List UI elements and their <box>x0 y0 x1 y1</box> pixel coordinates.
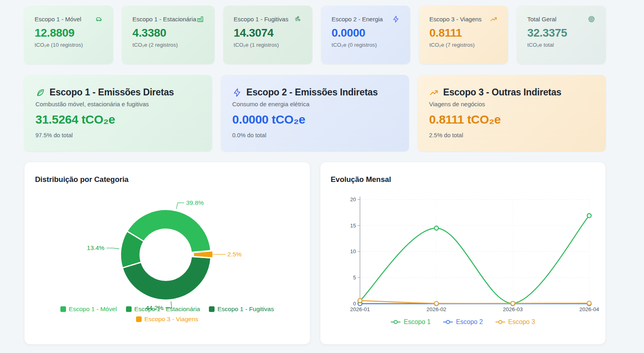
stat-card-escopo3-viagens: Escopo 3 - Viagens 0.8111 tCO₂e (7 regis… <box>419 6 508 64</box>
donut-legend: Escopo 1 - MóvelEscopo 1 - EstacionáriaE… <box>34 306 300 323</box>
stat-card-value: 4.3380 <box>132 27 204 39</box>
stat-card-sub: tCO₂e total <box>527 42 595 48</box>
leaf-icon <box>35 88 45 97</box>
stat-card-title: Escopo 3 - Viagens <box>429 16 482 23</box>
line-legend-item[interactable]: Escopo 1 <box>390 318 431 326</box>
legend-label: Escopo 1 - Fugitivas <box>217 306 274 313</box>
scope-card-subtitle: Combustão móvel, estacionária e fugitiva… <box>35 101 201 107</box>
legend-swatch <box>209 306 215 312</box>
stat-card-title: Total Geral <box>527 16 557 23</box>
legend-label: Escopo 1 - Estacionária <box>134 306 200 313</box>
donut-legend-item[interactable]: Escopo 1 - Estacionária <box>126 306 200 313</box>
stat-card-value: 0.0000 <box>332 27 400 39</box>
x-axis-label: 2026-03 <box>503 306 522 312</box>
scope-card-title: Escopo 2 - Emissões Indiretas <box>246 87 378 98</box>
stat-cards-row: Escopo 1 - Móvel 12.8809 tCO₂e (10 regis… <box>0 0 644 64</box>
data-point[interactable] <box>587 301 591 305</box>
scope-card-escopo3: Escopo 3 - Outras Indiretas Viagens de n… <box>418 75 606 151</box>
stat-card-escopo1-movel: Escopo 1 - Móvel 12.8809 tCO₂e (10 regis… <box>24 6 113 64</box>
data-point[interactable] <box>511 301 515 306</box>
scope-card-title: Escopo 1 - Emissões Diretas <box>50 87 174 98</box>
legend-line-marker-icon <box>390 320 401 324</box>
donut-pct-label: 2.5% <box>227 251 242 258</box>
scope-card-title: Escopo 3 - Outras Indiretas <box>443 87 561 98</box>
car-icon <box>95 15 103 23</box>
stat-card-escopo2-energia: Escopo 2 - Energia 0.0000 tCO₂e (0 regis… <box>321 6 410 64</box>
donut-label-leader <box>176 203 184 209</box>
stat-card-value: 0.8111 <box>429 27 497 39</box>
donut-chart-card: Distribuição por Categoria 39.8%13.4%44.… <box>24 162 310 345</box>
scope-card-header: Escopo 2 - Emissões Indiretas <box>232 87 398 98</box>
charts-row: Distribuição por Categoria 39.8%13.4%44.… <box>0 162 644 345</box>
factory-icon <box>196 15 204 23</box>
data-point[interactable] <box>434 301 438 306</box>
donut-legend-item[interactable]: Escopo 1 - Fugitivas <box>209 306 274 313</box>
legend-label: Escopo 3 - Viagens <box>144 316 198 323</box>
stat-card-value: 12.8809 <box>35 27 103 39</box>
series-line-escopo-3 <box>360 301 589 303</box>
scope-card-value: 0.0000 tCO₂e <box>232 113 398 126</box>
target-icon <box>588 15 595 23</box>
line-chart-title: Evolução Mensal <box>331 175 391 184</box>
data-point[interactable] <box>587 214 591 218</box>
line-legend: Escopo 1Escopo 2Escopo 3 <box>322 318 604 326</box>
stat-card-header: Escopo 1 - Estacionária <box>132 15 204 23</box>
scope-cards-row: Escopo 1 - Emissões Diretas Combustão mó… <box>0 75 644 151</box>
donut-pct-label: 39.8% <box>186 199 204 206</box>
stat-card-header: Total Geral <box>527 15 595 23</box>
trending-up-icon <box>490 15 497 23</box>
y-axis-label: 0 <box>353 301 356 307</box>
zap-icon <box>392 15 400 23</box>
donut-label-leader <box>107 248 120 249</box>
donut-slice-4[interactable] <box>193 251 213 258</box>
scope-card-value: 31.5264 tCO₂e <box>35 113 201 126</box>
donut-legend-item[interactable]: Escopo 1 - Móvel <box>60 306 117 313</box>
line-legend-item[interactable]: Escopo 3 <box>495 318 535 326</box>
stat-card-title: Escopo 2 - Energia <box>332 16 383 23</box>
stat-card-value: 32.3375 <box>527 27 595 39</box>
zap-icon <box>232 88 242 97</box>
scope-card-header: Escopo 3 - Outras Indiretas <box>429 87 594 98</box>
stat-card-title: Escopo 1 - Fugitivas <box>234 16 289 23</box>
legend-line-marker-icon <box>495 320 506 324</box>
legend-swatch <box>126 306 132 312</box>
scope-card-escopo1: Escopo 1 - Emissões Diretas Combustão mó… <box>24 75 212 151</box>
line-legend-item[interactable]: Escopo 2 <box>443 318 483 326</box>
stat-card-escopo1-estacionaria: Escopo 1 - Estacionária 4.3380 tCO₂e (2 … <box>122 6 214 64</box>
donut-chart-title: Distribuição por Categoria <box>35 175 128 184</box>
series-line-escopo-1 <box>360 216 589 303</box>
stat-card-title: Escopo 1 - Móvel <box>35 16 81 23</box>
x-axis-label: 2026-04 <box>579 306 599 312</box>
stat-card-sub: tCO₂e (1 registros) <box>234 42 302 48</box>
trending-up-icon <box>429 88 439 97</box>
legend-line-marker-icon <box>443 320 453 324</box>
legend-label: Escopo 2 <box>456 318 483 326</box>
stat-card-total-geral: Total Geral 32.3375 tCO₂e total <box>517 6 606 64</box>
stat-card-header: Escopo 3 - Viagens <box>429 15 497 23</box>
donut-legend-item[interactable]: Escopo 3 - Viagens <box>136 316 198 323</box>
scope-card-percent: 2.5% do total <box>429 132 594 138</box>
legend-swatch <box>136 316 142 322</box>
stat-card-escopo1-fugitivas: Escopo 1 - Fugitivas 14.3074 tCO₂e (1 re… <box>223 6 312 64</box>
x-axis-label: 2026-01 <box>350 306 369 312</box>
legend-label: Escopo 3 <box>508 318 535 326</box>
data-point[interactable] <box>358 299 362 303</box>
legend-label: Escopo 1 <box>404 318 431 326</box>
stat-card-header: Escopo 2 - Energia <box>332 15 400 23</box>
scope-card-value: 0.8111 tCO₂e <box>429 113 594 126</box>
legend-label: Escopo 1 - Móvel <box>69 306 117 313</box>
scope-card-subtitle: Consumo de energia elétrica <box>232 101 398 107</box>
donut-pct-label: 13.4% <box>87 244 105 251</box>
data-point[interactable] <box>434 226 438 230</box>
stat-card-sub: tCO₂e (7 registros) <box>429 42 497 48</box>
line-chart-card: Evolução Mensal 051015202026-012026-0220… <box>320 162 606 345</box>
scope-card-percent: 0.0% do total <box>232 132 398 138</box>
stat-card-sub: tCO₂e (2 registros) <box>132 42 204 48</box>
stat-card-sub: tCO₂e (10 registros) <box>35 42 103 48</box>
stat-card-header: Escopo 1 - Fugitivas <box>234 15 302 23</box>
stat-card-sub: tCO₂e (0 registros) <box>332 42 400 48</box>
scope-card-percent: 97.5% do total <box>35 132 201 138</box>
scope-card-subtitle: Viagens de negócios <box>429 101 594 107</box>
y-axis-label: 10 <box>350 248 356 254</box>
y-axis-label: 5 <box>353 275 356 281</box>
